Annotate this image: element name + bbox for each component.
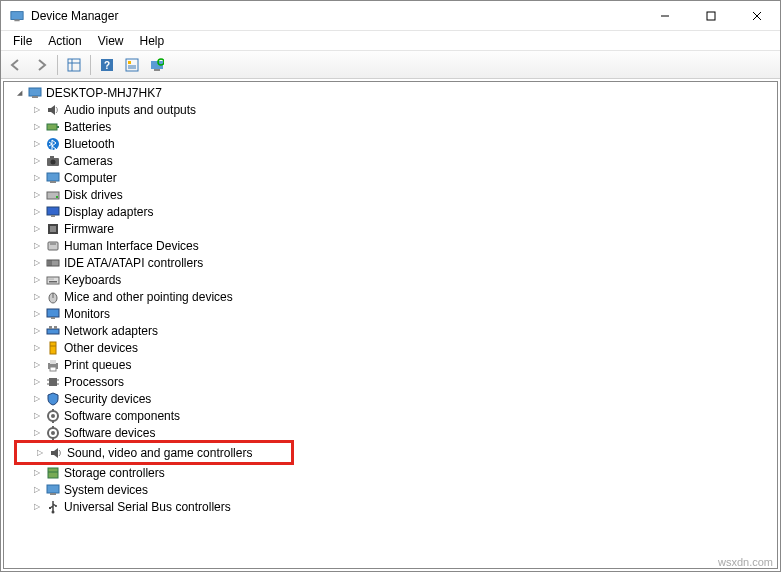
- system-icon: [45, 482, 61, 498]
- expand-icon[interactable]: [30, 103, 44, 117]
- expand-icon[interactable]: [30, 205, 44, 219]
- tree-item[interactable]: Bluetooth: [4, 135, 777, 152]
- svg-rect-33: [50, 226, 56, 232]
- expand-icon[interactable]: [30, 222, 44, 236]
- tree-item[interactable]: Monitors: [4, 305, 777, 322]
- other-icon: [45, 340, 61, 356]
- expand-icon[interactable]: [30, 171, 44, 185]
- tree-item-label: Firmware: [64, 222, 114, 236]
- expand-icon[interactable]: [30, 256, 44, 270]
- sound-icon: [48, 445, 64, 461]
- svg-point-42: [53, 278, 54, 279]
- tree-item[interactable]: Print queues: [4, 356, 777, 373]
- software-icon: [45, 425, 61, 441]
- expand-icon[interactable]: [30, 120, 44, 134]
- tree-item-label: Software devices: [64, 426, 155, 440]
- tree-item[interactable]: Human Interface Devices: [4, 237, 777, 254]
- tree-item[interactable]: Processors: [4, 373, 777, 390]
- expand-icon[interactable]: [30, 137, 44, 151]
- device-manager-window: Device Manager File Action View Help ? D: [0, 0, 781, 572]
- tree-item-label: Monitors: [64, 307, 110, 321]
- bluetooth-icon: [45, 136, 61, 152]
- expand-icon[interactable]: [30, 426, 44, 440]
- menu-help[interactable]: Help: [132, 32, 173, 50]
- expand-icon[interactable]: [30, 154, 44, 168]
- help-button[interactable]: ?: [96, 54, 118, 76]
- tree-item[interactable]: Disk drives: [4, 186, 777, 203]
- tree-item[interactable]: Software components: [4, 407, 777, 424]
- maximize-button[interactable]: [688, 1, 734, 30]
- back-button[interactable]: [5, 54, 27, 76]
- expand-icon[interactable]: [30, 307, 44, 321]
- device-tree[interactable]: DESKTOP-MHJ7HK7 Audio inputs and outputs…: [3, 81, 778, 569]
- tree-item[interactable]: Display adapters: [4, 203, 777, 220]
- tree-item[interactable]: Sound, video and game controllers: [17, 444, 291, 461]
- tree-item-label: Display adapters: [64, 205, 153, 219]
- expand-icon[interactable]: [30, 273, 44, 287]
- titlebar: Device Manager: [1, 1, 780, 31]
- tree-item[interactable]: Software devices: [4, 424, 777, 441]
- computer-icon: [45, 170, 61, 186]
- tree-item-label: Other devices: [64, 341, 138, 355]
- svg-rect-30: [47, 207, 59, 215]
- tree-item[interactable]: Firmware: [4, 220, 777, 237]
- expand-icon[interactable]: [30, 324, 44, 338]
- properties-button[interactable]: [121, 54, 143, 76]
- expand-icon[interactable]: [30, 500, 44, 514]
- window-controls: [642, 1, 780, 30]
- tree-item[interactable]: Universal Serial Bus controllers: [4, 498, 777, 515]
- expand-icon[interactable]: [30, 409, 44, 423]
- expand-icon[interactable]: [30, 341, 44, 355]
- forward-button[interactable]: [30, 54, 52, 76]
- expand-icon[interactable]: [33, 446, 47, 460]
- expand-icon[interactable]: [30, 239, 44, 253]
- printer-icon: [45, 357, 61, 373]
- tree-item[interactable]: Mice and other pointing devices: [4, 288, 777, 305]
- tree-item[interactable]: System devices: [4, 481, 777, 498]
- expand-icon[interactable]: [30, 392, 44, 406]
- disk-icon: [45, 187, 61, 203]
- close-button[interactable]: [734, 1, 780, 30]
- camera-icon: [45, 153, 61, 169]
- svg-rect-51: [50, 342, 56, 354]
- menu-view[interactable]: View: [90, 32, 132, 50]
- svg-rect-56: [49, 378, 57, 386]
- svg-rect-25: [50, 156, 54, 159]
- expand-icon[interactable]: [30, 375, 44, 389]
- tree-root[interactable]: DESKTOP-MHJ7HK7: [4, 84, 777, 101]
- tree-item[interactable]: Audio inputs and outputs: [4, 101, 777, 118]
- tree-item[interactable]: Batteries: [4, 118, 777, 135]
- speaker-icon: [45, 102, 61, 118]
- tree-item[interactable]: Cameras: [4, 152, 777, 169]
- tree-item[interactable]: IDE ATA/ATAPI controllers: [4, 254, 777, 271]
- svg-text:?: ?: [104, 60, 110, 71]
- svg-rect-27: [50, 181, 56, 183]
- expand-icon[interactable]: [30, 290, 44, 304]
- svg-rect-26: [47, 173, 59, 181]
- expand-icon[interactable]: [30, 466, 44, 480]
- show-hide-tree-button[interactable]: [63, 54, 85, 76]
- tree-item[interactable]: Security devices: [4, 390, 777, 407]
- expand-icon[interactable]: [30, 358, 44, 372]
- tree-item[interactable]: Network adapters: [4, 322, 777, 339]
- svg-rect-19: [32, 96, 38, 98]
- ide-icon: [45, 255, 61, 271]
- tree-item[interactable]: Other devices: [4, 339, 777, 356]
- tree-item[interactable]: Computer: [4, 169, 777, 186]
- tree-item[interactable]: Keyboards: [4, 271, 777, 288]
- tree-item-label: Storage controllers: [64, 466, 165, 480]
- tree-item-label: Human Interface Devices: [64, 239, 199, 253]
- toolbar-separator: [57, 55, 58, 75]
- battery-icon: [45, 119, 61, 135]
- menu-file[interactable]: File: [5, 32, 40, 50]
- expand-icon[interactable]: [30, 483, 44, 497]
- menu-action[interactable]: Action: [40, 32, 89, 50]
- svg-rect-43: [49, 281, 57, 283]
- svg-rect-50: [54, 326, 57, 329]
- scan-hardware-button[interactable]: [146, 54, 168, 76]
- toolbar-separator: [90, 55, 91, 75]
- collapse-icon[interactable]: [12, 86, 26, 100]
- expand-icon[interactable]: [30, 188, 44, 202]
- tree-item[interactable]: Storage controllers: [4, 464, 777, 481]
- minimize-button[interactable]: [642, 1, 688, 30]
